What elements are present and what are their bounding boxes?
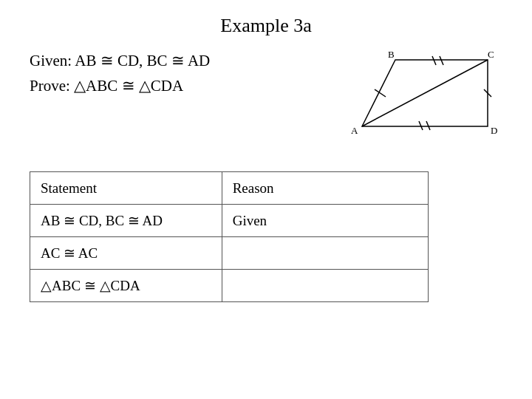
header-reason: Reason <box>222 172 428 205</box>
row1-reason: Given <box>222 205 428 237</box>
row3-statement: △ABC ≅ △CDA <box>30 270 222 302</box>
diagram-area: B C A D <box>340 49 502 145</box>
point-c-label: C <box>488 49 494 60</box>
prove-statement: Prove: △ABC ≅ △CDA <box>30 74 325 99</box>
svg-line-4 <box>432 56 436 65</box>
proof-table: Statement Reason AB ≅ CD, BC ≅ AD Given … <box>30 171 429 302</box>
svg-line-6 <box>419 121 423 130</box>
row2-reason <box>222 237 428 270</box>
table-row: △ABC ≅ △CDA <box>30 270 429 302</box>
content-area: Given: AB ≅ CD, BC ≅ AD Prove: △ABC ≅ △C… <box>30 49 502 145</box>
page-container: Example 3a Given: AB ≅ CD, BC ≅ AD Prove… <box>0 0 532 399</box>
page-title: Example 3a <box>30 15 502 37</box>
given-text: AB ≅ CD, BC ≅ AD <box>75 52 210 69</box>
given-label: Given: <box>30 52 75 69</box>
point-b-label: B <box>388 49 395 60</box>
row2-statement: AC ≅ AC <box>30 237 222 270</box>
table-row: AB ≅ CD, BC ≅ AD Given <box>30 205 429 237</box>
point-a-label: A <box>351 125 358 136</box>
svg-line-5 <box>440 56 443 65</box>
svg-line-7 <box>426 121 430 130</box>
proof-table-wrapper: Statement Reason AB ≅ CD, BC ≅ AD Given … <box>30 171 502 302</box>
row1-statement: AB ≅ CD, BC ≅ AD <box>30 205 222 237</box>
header-statement: Statement <box>30 172 222 205</box>
given-prove: Given: AB ≅ CD, BC ≅ AD Prove: △ABC ≅ △C… <box>30 49 325 98</box>
given-statement: Given: AB ≅ CD, BC ≅ AD <box>30 49 325 74</box>
prove-label: Prove: <box>30 77 74 95</box>
point-d-label: D <box>491 125 497 136</box>
diagram-svg: B C A D <box>340 49 502 145</box>
table-row: AC ≅ AC <box>30 237 429 270</box>
prove-text: △ABC ≅ △CDA <box>74 77 183 95</box>
table-header-row: Statement Reason <box>30 172 429 205</box>
row3-reason <box>222 270 428 302</box>
